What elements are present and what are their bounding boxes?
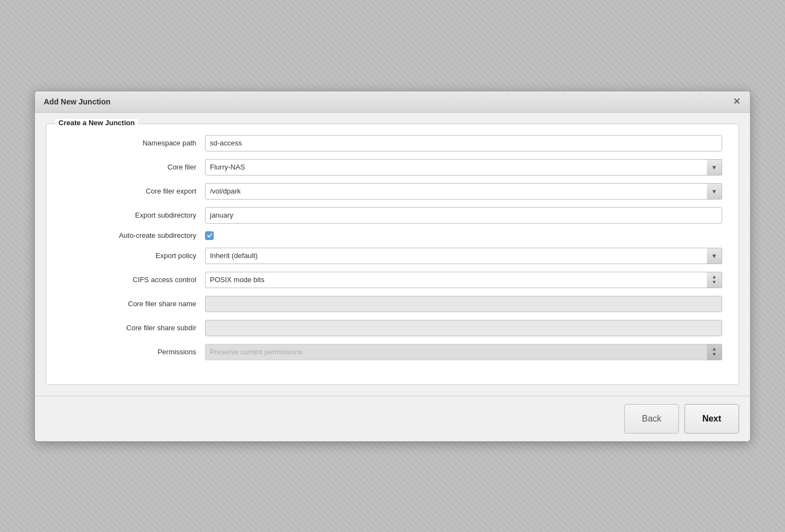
core-filer-export-select[interactable]: /vol/dpark	[205, 183, 722, 200]
dialog-titlebar: Add New Junction ✕	[35, 91, 750, 113]
core-filer-share-subdir-row: Core filer share subdir	[63, 320, 722, 336]
core-filer-share-subdir-label: Core filer share subdir	[63, 324, 205, 332]
cifs-access-control-row: CIFS access control POSIX mode bits ▲ ▼	[63, 272, 722, 288]
namespace-path-label: Namespace path	[63, 139, 205, 147]
permissions-select[interactable]: Preserve current permissions	[205, 344, 722, 360]
close-button[interactable]: ✕	[731, 97, 741, 107]
export-subdirectory-row: Export subdirectory	[63, 207, 722, 224]
back-button[interactable]: Back	[624, 404, 679, 434]
cifs-access-control-select[interactable]: POSIX mode bits	[205, 272, 722, 288]
auto-create-subdirectory-label: Auto-create subdirectory	[63, 231, 205, 239]
export-policy-select-wrapper: Inherit (default) ▼	[205, 248, 722, 264]
core-filer-share-name-label: Core filer share name	[63, 300, 205, 308]
core-filer-select-wrapper: Flurry-NAS ▼	[205, 159, 722, 176]
checkmark-icon	[207, 232, 213, 238]
export-policy-select[interactable]: Inherit (default)	[205, 248, 722, 264]
auto-create-checkbox[interactable]	[205, 231, 214, 240]
core-filer-share-name-row: Core filer share name	[63, 296, 722, 312]
core-filer-share-subdir-input[interactable]	[205, 320, 722, 336]
core-filer-share-name-input[interactable]	[205, 296, 722, 312]
core-filer-export-row: Core filer export /vol/dpark ▼	[63, 183, 722, 200]
add-new-junction-dialog: Add New Junction ✕ Create a New Junction…	[34, 91, 751, 442]
next-button[interactable]: Next	[684, 404, 739, 434]
dialog-footer: Back Next	[35, 396, 750, 441]
auto-create-subdirectory-row: Auto-create subdirectory	[63, 231, 722, 240]
cifs-access-control-select-wrapper: POSIX mode bits ▲ ▼	[205, 272, 722, 288]
dialog-title: Add New Junction	[44, 97, 110, 106]
permissions-label: Permissions	[63, 348, 205, 356]
core-filer-export-select-wrapper: /vol/dpark ▼	[205, 183, 722, 200]
core-filer-export-label: Core filer export	[63, 187, 205, 195]
export-policy-label: Export policy	[63, 252, 205, 260]
export-policy-row: Export policy Inherit (default) ▼	[63, 248, 722, 264]
dialog-body: Create a New Junction Namespace path Cor…	[35, 113, 750, 396]
form-section: Create a New Junction Namespace path Cor…	[46, 124, 739, 385]
core-filer-label: Core filer	[63, 163, 205, 171]
core-filer-row: Core filer Flurry-NAS ▼	[63, 159, 722, 176]
permissions-select-wrapper: Preserve current permissions ▲ ▼	[205, 344, 722, 360]
export-subdirectory-input[interactable]	[205, 207, 722, 224]
section-title: Create a New Junction	[55, 119, 138, 127]
namespace-path-input[interactable]	[205, 135, 722, 151]
permissions-row: Permissions Preserve current permissions…	[63, 344, 722, 360]
auto-create-checkbox-wrapper	[205, 231, 214, 240]
core-filer-select[interactable]: Flurry-NAS	[205, 159, 722, 176]
cifs-access-control-label: CIFS access control	[63, 276, 205, 284]
namespace-path-row: Namespace path	[63, 135, 722, 151]
export-subdirectory-label: Export subdirectory	[63, 211, 205, 219]
